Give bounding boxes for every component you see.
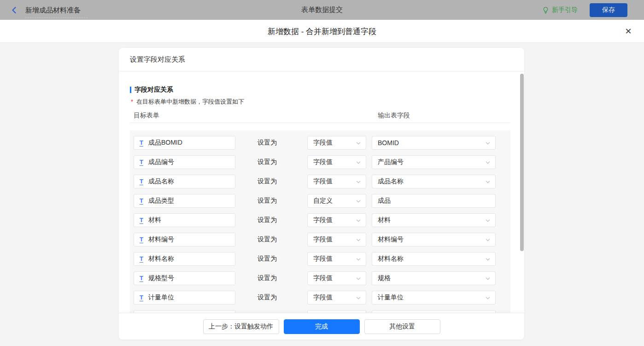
required-asterisk: * (131, 98, 133, 105)
mode-select[interactable]: 字段值 (307, 213, 366, 227)
mapping-row: T 材料名称 设置为 字段值 材料名称 (130, 252, 510, 266)
previous-step-button[interactable]: 上一步：设置触发动作 (203, 319, 279, 334)
mode-select[interactable]: 字段值 (307, 155, 366, 169)
target-field-label: 规格型号 (148, 274, 174, 282)
text-field-type-icon: T (140, 140, 143, 147)
target-field-input[interactable]: T 成品类型 (134, 194, 235, 208)
close-icon[interactable]: ✕ (623, 26, 633, 36)
target-field-input[interactable]: T 规格型号 (134, 271, 235, 285)
output-field-select[interactable]: BOMID (372, 136, 496, 150)
mapping-row: T 材料编号 设置为 字段值 材料编号 (130, 233, 510, 246)
column-header-target-form: 目标表单 (134, 111, 159, 120)
set-as-label: 设置为 (258, 252, 277, 266)
output-field-select[interactable]: 材料 (372, 213, 496, 227)
other-settings-button[interactable]: 其他设置 (364, 319, 440, 334)
card-footer: 上一步：设置触发动作 完成 其他设置 (119, 313, 524, 340)
section-title-row: 字段对应关系 (130, 86, 173, 94)
target-field-label: 材料编号 (148, 235, 174, 244)
chevron-down-icon (485, 257, 491, 262)
guide-lightbulb-icon (542, 6, 549, 14)
mode-select[interactable]: 字段值 (307, 271, 366, 285)
mapping-row: T 成品名称 设置为 字段值 成品名称 (130, 175, 510, 188)
target-field-label: 成品类型 (148, 197, 174, 205)
mode-select-value: 字段值 (313, 158, 333, 166)
save-button[interactable]: 保存 (590, 3, 627, 17)
chevron-down-icon (356, 141, 361, 146)
output-field-select[interactable]: 材料名称 (372, 252, 496, 266)
output-field-select[interactable]: 材料编号 (372, 233, 496, 246)
mode-select[interactable]: 字段值 (307, 136, 366, 150)
new-user-guide-link[interactable]: 新手引导 (542, 6, 578, 14)
chevron-down-icon (356, 257, 361, 262)
target-field-label: 材料 (148, 216, 161, 224)
mode-select[interactable]: 字段值 (307, 175, 366, 188)
mapping-row: T 计量单位 设置为 字段值 计量单位 (130, 291, 510, 305)
mode-select[interactable]: 字段值 (307, 252, 366, 266)
chevron-down-icon (485, 141, 491, 146)
topbar-actions: 新手引导 保存 (542, 0, 627, 20)
output-select-value: 材料编号 (378, 235, 404, 244)
text-field-type-icon: T (140, 159, 143, 166)
mode-select-value: 字段值 (313, 139, 333, 147)
mode-select-value: 字段值 (313, 255, 333, 263)
target-field-input[interactable]: T 成品编号 (134, 155, 235, 169)
chevron-down-icon (356, 276, 361, 281)
mode-select-value: 字段值 (313, 293, 333, 302)
target-field-input[interactable]: T 成品BOMID (134, 136, 235, 150)
mode-select-value: 字段值 (313, 177, 333, 186)
mapping-row: T 材料 设置为 字段值 材料 (130, 213, 510, 227)
section-title: 字段对应关系 (135, 86, 173, 94)
target-field-input[interactable]: T 计量单位 (134, 291, 235, 305)
text-field-type-icon: T (140, 217, 143, 224)
output-select-value: BOMID (378, 139, 399, 147)
output-select-value: 产品编号 (378, 158, 404, 166)
section-accent-bar (130, 87, 131, 93)
card-header-title: 设置字段对应关系 (119, 48, 524, 71)
output-field-select[interactable]: 规格 (372, 271, 496, 285)
text-field-type-icon: T (140, 275, 143, 282)
text-field-type-icon: T (140, 198, 143, 205)
target-field-input[interactable]: T 成品名称 (134, 175, 235, 188)
text-field-type-icon: T (140, 178, 143, 185)
output-select-value: 规格 (378, 274, 391, 282)
chevron-down-icon (485, 160, 491, 165)
scrollbar-thumb[interactable] (520, 74, 524, 251)
chevron-down-icon (356, 199, 361, 204)
topbar: 新增成品材料准备 表单数据提交 新手引导 保存 (0, 0, 644, 20)
output-select-value: 材料 (378, 216, 391, 224)
target-field-input[interactable]: T 材料 (134, 213, 235, 227)
output-field-select[interactable]: 成品名称 (372, 175, 496, 188)
finish-button[interactable]: 完成 (284, 319, 360, 334)
chevron-down-icon (356, 160, 361, 165)
mapping-row: T 规格型号 设置为 字段值 规格 (130, 271, 510, 285)
mode-select[interactable]: 自定义 (307, 194, 366, 208)
mode-select[interactable]: 字段值 (307, 291, 366, 305)
target-field-label: 成品BOMID (148, 139, 182, 147)
text-field-type-icon: T (140, 294, 143, 301)
set-as-label: 设置为 (258, 194, 277, 208)
column-header-output-fields: 输出表字段 (378, 111, 410, 120)
chevron-down-icon (356, 237, 361, 243)
set-as-label: 设置为 (258, 155, 277, 169)
modal-title: 新增数据 - 合并新增到普通字段 (0, 20, 644, 43)
target-field-input[interactable]: T 材料编号 (134, 233, 235, 246)
column-header-divider (130, 123, 510, 123)
output-field-select[interactable]: 产品编号 (372, 155, 496, 169)
mode-select-value: 字段值 (313, 274, 333, 282)
target-field-label: 材料名称 (148, 255, 174, 263)
guide-label: 新手引导 (552, 6, 578, 14)
custom-value-input[interactable]: 成品 (372, 194, 496, 208)
chevron-down-icon (356, 295, 361, 301)
set-as-label: 设置为 (258, 291, 277, 305)
mapping-row: T 成品类型 设置为 自定义 成品 (130, 194, 510, 208)
target-field-input[interactable]: T 材料名称 (134, 252, 235, 266)
mapping-row: T 成品编号 设置为 字段值 产品编号 (130, 155, 510, 169)
output-select-value: 成品名称 (378, 177, 404, 186)
mode-select[interactable]: 字段值 (307, 233, 366, 246)
output-field-select[interactable]: 计量单位 (372, 291, 496, 305)
target-field-label: 成品编号 (148, 158, 174, 166)
chevron-down-icon (485, 218, 491, 223)
set-as-label: 设置为 (258, 175, 277, 188)
text-field-type-icon: T (140, 236, 143, 243)
output-select-value: 计量单位 (378, 293, 404, 302)
